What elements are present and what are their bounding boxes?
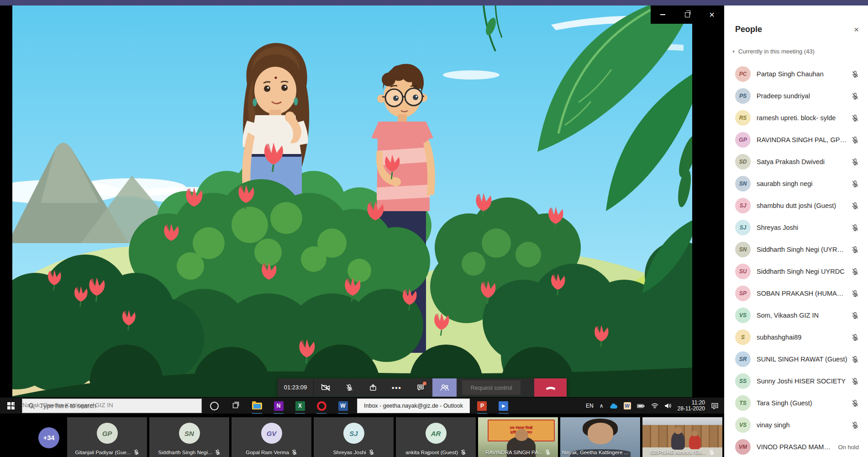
- participant-row[interactable]: VM VINOD PRASAD MAMGAIN On hold: [724, 436, 868, 457]
- taskbar-search[interactable]: Type here to search: [22, 399, 202, 413]
- shared-screen-video: [12, 5, 692, 397]
- search-icon: [28, 403, 35, 409]
- battery-icon[interactable]: [637, 403, 645, 409]
- meeting-roster-section-header[interactable]: ▾ Currently in this meeting (43): [724, 34, 868, 55]
- avatar: SJ: [735, 198, 751, 213]
- tile-participant-name: Gopal Ram Verma: [246, 450, 289, 455]
- file-explorer-icon[interactable]: [251, 398, 263, 414]
- excel-icon[interactable]: X: [294, 398, 306, 414]
- volume-icon[interactable]: [664, 403, 672, 409]
- participant-row[interactable]: S subhashghai89: [724, 326, 868, 348]
- people-panel-title: People: [735, 25, 854, 34]
- participant-tile[interactable]: SJ Shreyas Joshi: [314, 417, 394, 457]
- avatar: GP: [97, 423, 118, 444]
- share-screen-button[interactable]: [361, 378, 385, 397]
- opera-icon[interactable]: [316, 398, 327, 414]
- tile-label: Siddharth Singh Negi...: [151, 449, 227, 455]
- cortana-icon[interactable]: [208, 398, 220, 414]
- camera-off-button[interactable]: [314, 378, 337, 397]
- action-center-icon[interactable]: [711, 402, 719, 410]
- participant-list: PC Partap Singh Chauhan PS Pradeep sundr…: [724, 63, 868, 457]
- participant-tile[interactable]: Nayak, Geetha Kattingere ...: [560, 417, 640, 457]
- powerpoint-icon[interactable]: P: [476, 398, 488, 414]
- video-shape: [689, 435, 701, 449]
- avatar: SN: [735, 176, 751, 191]
- participant-name: ramesh upreti. block- sylde: [757, 114, 847, 122]
- participant-name: Som, Vikaash GIZ IN: [757, 312, 847, 319]
- participant-row[interactable]: SD Satya Prakash Dwivedi: [724, 151, 868, 173]
- onenote-icon[interactable]: N: [273, 398, 284, 414]
- participant-tile[interactable]: GP Gitanjali Padiyar (Gue...: [67, 417, 147, 457]
- participant-name: SOBAN PRAKASH (HUMAN IN: [757, 290, 847, 297]
- people-button[interactable]: [432, 378, 457, 397]
- participant-row[interactable]: SJ Shreyas Joshi: [724, 217, 868, 239]
- mic-off-icon: [851, 92, 859, 100]
- hidden-icons-chevron[interactable]: ∧: [600, 403, 604, 409]
- video-shape: [642, 417, 722, 425]
- word-document-tray-icon[interactable]: W: [624, 402, 631, 409]
- participant-row[interactable]: GP RAVINDRA SINGH PAL, GPVA,: [724, 129, 868, 151]
- participant-row[interactable]: VS Som, Vikaash GIZ IN: [724, 304, 868, 326]
- participant-tile[interactable]: ग्राम पंचायत पिल्डी हार्दिक अभिनन्दन RAV…: [478, 417, 558, 457]
- close-window-button[interactable]: ×: [700, 5, 724, 24]
- outlook-taskbar-button[interactable]: Inbox - geetha.nayak@giz.de - Outlook: [357, 399, 470, 413]
- overflow-participants-badge[interactable]: +34: [38, 427, 59, 448]
- avatar: SJ: [343, 423, 364, 444]
- chevron-down-icon: ▾: [732, 49, 735, 54]
- request-control-button[interactable]: Request control: [462, 380, 521, 395]
- close-panel-icon[interactable]: ×: [854, 25, 859, 34]
- tile-label: Nayak, Geetha Kattingere ...: [562, 450, 638, 455]
- avatar: SN: [179, 423, 200, 444]
- participant-row[interactable]: PC Partap Singh Chauhan: [724, 63, 868, 85]
- participant-row[interactable]: RS ramesh upreti. block- sylde: [724, 107, 868, 129]
- avatar: TS: [735, 395, 751, 411]
- avatar: SJ: [735, 220, 751, 235]
- hang-up-button[interactable]: [534, 378, 567, 397]
- participant-tile[interactable]: SN Siddharth Singh Negi...: [149, 417, 229, 457]
- tile-participant-name: GBPNIHE Almora (Gu...: [650, 450, 706, 455]
- participant-row[interactable]: SP SOBAN PRAKASH (HUMAN IN: [724, 282, 868, 304]
- mic-off-button[interactable]: [337, 378, 361, 397]
- avatar: VS: [735, 417, 751, 433]
- wifi-icon[interactable]: [651, 403, 658, 409]
- participant-row[interactable]: SU Siddharth Singh Negi UYRDC: [724, 260, 868, 282]
- mic-off-icon: [851, 290, 859, 298]
- word-icon[interactable]: W: [337, 398, 349, 414]
- mic-off-icon: [851, 399, 859, 407]
- participant-tile[interactable]: GV Gopal Ram Verma: [231, 417, 311, 457]
- participant-row[interactable]: SS Sunny Joshi HISER SOCIETY: [724, 370, 868, 392]
- more-options-button[interactable]: •••: [385, 378, 409, 397]
- mic-off-icon: [851, 180, 859, 188]
- participant-row[interactable]: SR SUNIL SINGH RAWAT (Guest): [724, 348, 868, 370]
- start-button[interactable]: [0, 398, 22, 414]
- participant-row[interactable]: SN saurabh singh negi: [724, 173, 868, 195]
- participant-tile[interactable]: GBPNIHE Almora (Gu...: [642, 417, 722, 457]
- tile-participant-name: Nayak, Geetha Kattingere ...: [562, 450, 628, 455]
- avatar: GP: [735, 132, 751, 148]
- participant-name: saurabh singh negi: [757, 180, 847, 187]
- onedrive-icon[interactable]: [610, 403, 618, 409]
- participant-row[interactable]: PS Pradeep sundriyal: [724, 85, 868, 107]
- movies-tv-icon[interactable]: ▶: [498, 398, 510, 414]
- mic-off-icon: [291, 449, 297, 455]
- avatar: SS: [735, 373, 751, 389]
- minimize-button[interactable]: [651, 5, 675, 24]
- participant-row[interactable]: SJ shambhu dutt joshi (Guest): [724, 195, 868, 217]
- avatar: SD: [735, 154, 751, 170]
- restore-button[interactable]: [675, 5, 700, 24]
- participant-row[interactable]: SN Siddharth Singh Negi (UYRDC): [724, 239, 868, 260]
- chat-button[interactable]: [409, 378, 432, 397]
- participant-row[interactable]: TS Tara Singh (Guest): [724, 392, 868, 414]
- pinned-apps-right: P ▶: [476, 398, 510, 414]
- avatar: VS: [735, 308, 751, 323]
- participant-tile[interactable]: AR ankita Rajpoot (Guest): [396, 417, 476, 457]
- task-view-icon[interactable]: [230, 398, 242, 414]
- participant-name: Siddharth Singh Negi (UYRDC): [757, 246, 847, 253]
- mic-off-icon: [851, 114, 859, 122]
- mic-off-icon: [545, 449, 551, 455]
- participant-name: RAVINDRA SINGH PAL, GPVA,: [757, 136, 847, 143]
- mic-off-icon: [851, 202, 859, 210]
- clock[interactable]: 11:20 28-11-2020: [678, 400, 705, 412]
- participant-row[interactable]: VS vinay singh: [724, 414, 868, 436]
- language-indicator[interactable]: EN: [586, 403, 594, 409]
